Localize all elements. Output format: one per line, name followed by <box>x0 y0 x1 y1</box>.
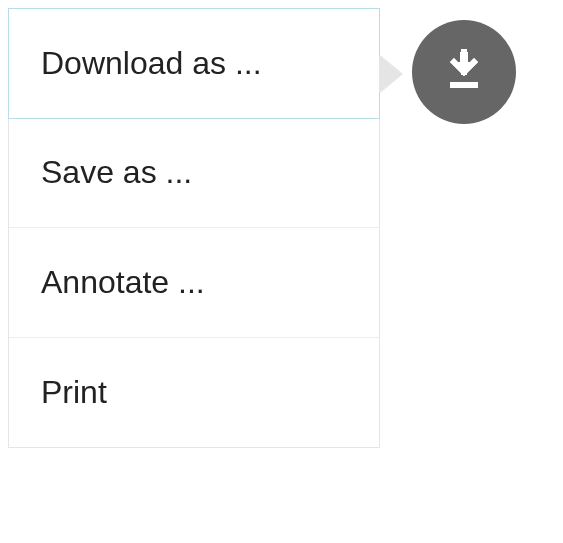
menu-item-print[interactable]: Print <box>9 338 379 447</box>
menu-item-save-as[interactable]: Save as ... <box>9 118 379 228</box>
menu-item-label: Save as ... <box>41 154 192 190</box>
menu-pointer <box>380 56 402 92</box>
svg-rect-0 <box>450 82 478 88</box>
menu-item-label: Download as ... <box>41 45 262 81</box>
menu-item-label: Annotate ... <box>41 264 205 300</box>
menu-item-annotate[interactable]: Annotate ... <box>9 228 379 338</box>
menu-item-label: Print <box>41 374 107 410</box>
download-fab-button[interactable] <box>412 20 516 124</box>
download-icon <box>440 46 488 98</box>
context-menu: Download as ... Save as ... Annotate ...… <box>8 8 380 448</box>
menu-item-download-as[interactable]: Download as ... <box>8 8 380 119</box>
